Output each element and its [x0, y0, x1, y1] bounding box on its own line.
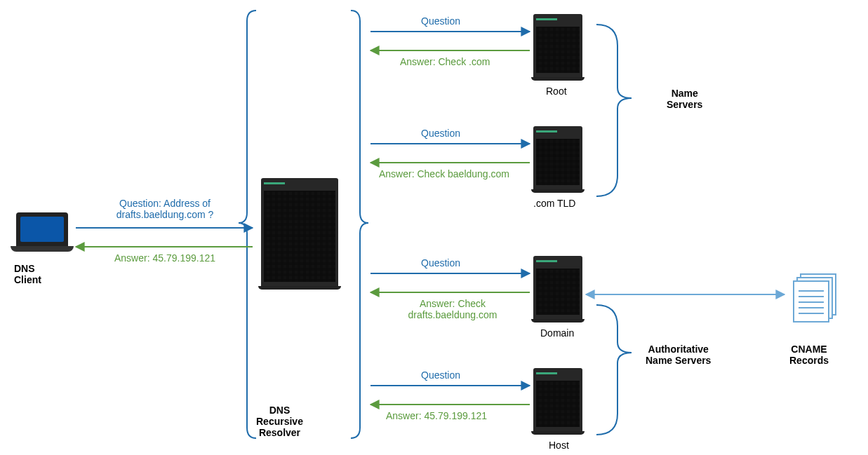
- cname-records-label: CNAME Records: [789, 344, 829, 366]
- dns-resolver-icon: [261, 178, 338, 290]
- dns-client-laptop-icon: [11, 212, 74, 254]
- tld-answer-text: Answer: Check baeldung.com: [379, 168, 509, 179]
- root-server-icon: [533, 14, 582, 81]
- authoritative-group-label: Authoritative Name Servers: [646, 344, 711, 366]
- host-server-label: Host: [549, 440, 569, 451]
- domain-server-label: Domain: [540, 327, 574, 339]
- domain-server-icon: [533, 256, 582, 322]
- root-answer-text: Answer: Check .com: [400, 56, 490, 67]
- client-answer-text: Answer: 45.79.199.121: [95, 252, 235, 264]
- cname-records-icon: [793, 273, 835, 322]
- tld-server-label: .com TLD: [533, 198, 575, 209]
- domain-question-text: Question: [421, 257, 460, 269]
- host-answer-text: Answer: 45.79.199.121: [386, 410, 487, 421]
- root-question-text: Question: [421, 15, 460, 27]
- dns-resolver-label: DNS Recursive Resolver: [256, 405, 303, 438]
- name-servers-group-label: Name Servers: [667, 88, 702, 110]
- dns-client-label: DNS Client: [14, 263, 41, 285]
- diagram-arrows: [0, 0, 868, 455]
- domain-answer-text: Answer: Check drafts.baeldung.com: [393, 298, 512, 320]
- client-question-text: Question: Address of drafts.baeldung.com…: [91, 198, 239, 220]
- host-server-icon: [533, 368, 582, 435]
- host-question-text: Question: [421, 369, 460, 381]
- root-server-label: Root: [546, 86, 567, 97]
- tld-server-icon: [533, 126, 582, 193]
- tld-question-text: Question: [421, 128, 460, 139]
